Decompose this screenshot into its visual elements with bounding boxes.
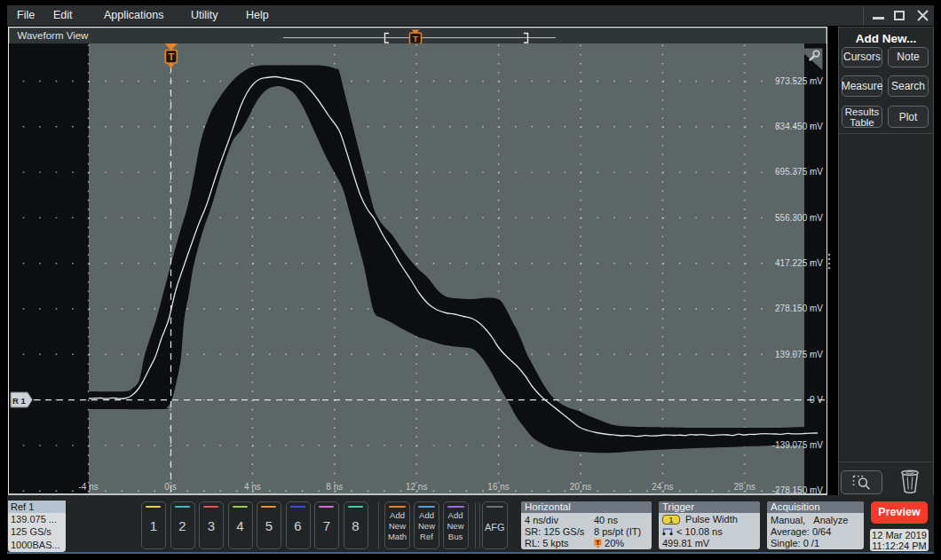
svg-text:695.375 mV: 695.375 mV bbox=[775, 167, 823, 177]
svg-text:24 ns: 24 ns bbox=[652, 482, 673, 492]
svg-text:12 ns: 12 ns bbox=[406, 482, 427, 492]
svg-text:-139.075 mV: -139.075 mV bbox=[772, 440, 824, 450]
svg-text:20 ns: 20 ns bbox=[570, 482, 591, 492]
svg-text:-4 ns: -4 ns bbox=[78, 482, 98, 492]
svg-text:T: T bbox=[168, 51, 174, 62]
svg-text:417.225 mV: 417.225 mV bbox=[775, 258, 823, 268]
svg-text:0 s: 0 s bbox=[164, 482, 176, 492]
svg-text:16 ns: 16 ns bbox=[487, 482, 509, 492]
svg-text:4 ns: 4 ns bbox=[244, 482, 261, 492]
svg-text:T: T bbox=[413, 33, 418, 43]
svg-text:0 V: 0 V bbox=[810, 395, 823, 405]
svg-text:973.525 mV: 973.525 mV bbox=[775, 76, 823, 86]
svg-text:8 ns: 8 ns bbox=[326, 482, 343, 492]
svg-text:T: T bbox=[596, 540, 600, 546]
svg-text:28 ns: 28 ns bbox=[734, 482, 755, 492]
svg-text:139.075 mV: 139.075 mV bbox=[775, 350, 823, 359]
svg-text:278.150 mV: 278.150 mV bbox=[775, 304, 823, 313]
svg-text:R 1: R 1 bbox=[12, 396, 27, 406]
svg-text:556.300 mV: 556.300 mV bbox=[775, 213, 823, 223]
svg-text:-278.150 mV: -278.150 mV bbox=[772, 485, 824, 493]
svg-text:834.450 mV: 834.450 mV bbox=[775, 122, 823, 131]
